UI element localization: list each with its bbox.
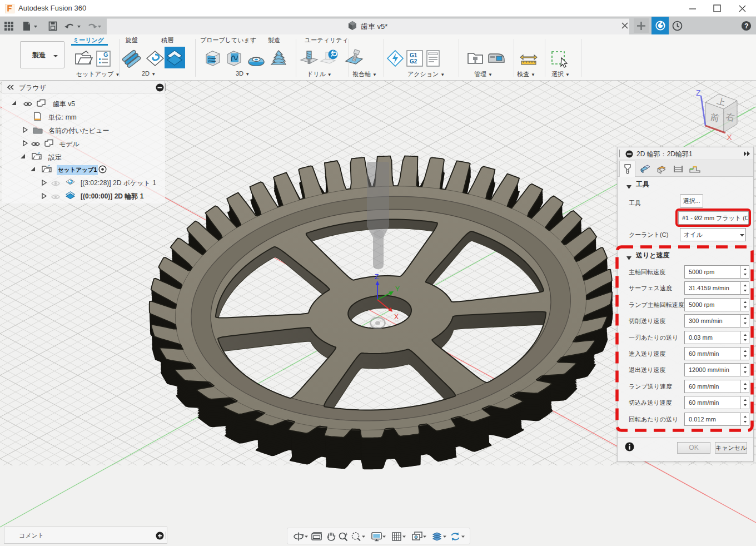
svg-text:G: G [103, 51, 108, 58]
svg-text:Z: Z [696, 88, 701, 97]
svg-text:G1: G1 [410, 52, 417, 58]
svg-text:G2: G2 [410, 58, 417, 64]
svg-text:X: X [394, 313, 399, 321]
svg-text:Z: Z [375, 273, 379, 281]
svg-text:X: X [727, 132, 732, 142]
svg-text:Y: Y [395, 285, 400, 293]
svg-text:?: ? [744, 22, 749, 30]
